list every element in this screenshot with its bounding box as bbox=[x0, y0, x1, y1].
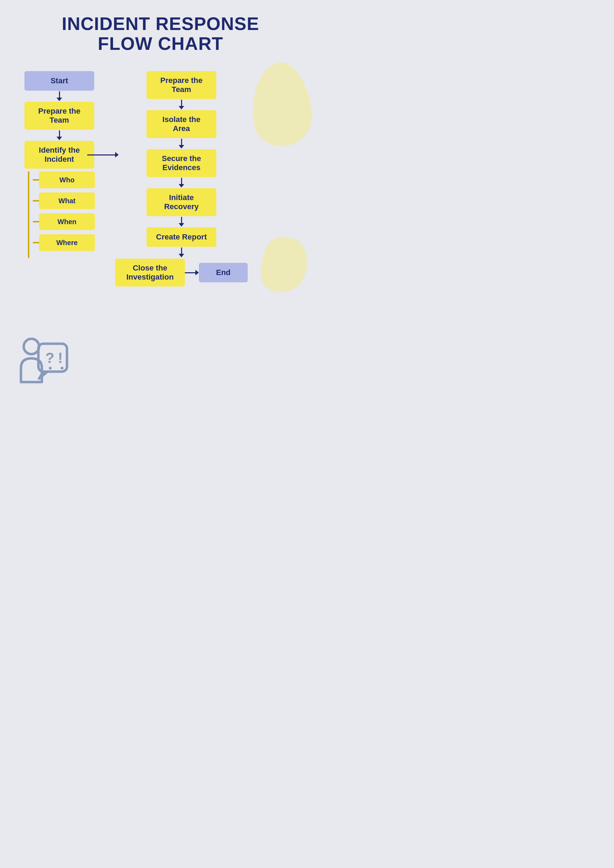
prepare-team-label-right: Prepare the Team bbox=[154, 76, 209, 94]
arrow-head bbox=[179, 223, 184, 226]
close-investigation-label: Close the Investigation bbox=[122, 264, 178, 282]
secure-evidences-label: Secure the Evidences bbox=[154, 154, 209, 172]
arrow-head bbox=[179, 254, 184, 257]
isolate-area-box: Isolate the Area bbox=[146, 110, 216, 138]
who-label: Who bbox=[59, 176, 74, 184]
start-box: Start bbox=[25, 71, 94, 91]
branch-row-who: Who bbox=[33, 172, 95, 188]
branch-h-line-what bbox=[33, 200, 39, 202]
person-icon-area: ? ! bbox=[11, 333, 70, 394]
arrow-head bbox=[179, 106, 184, 110]
what-box: What bbox=[39, 192, 95, 209]
page: INCIDENT RESPONSE FLOW CHART Start Prepa… bbox=[0, 0, 321, 405]
svg-point-4 bbox=[49, 367, 51, 369]
branch-row-where: Where bbox=[33, 234, 95, 251]
arrow-line bbox=[59, 130, 60, 136]
initiate-recovery-box: Initiate Recovery bbox=[146, 188, 216, 216]
isolate-area-label: Isolate the Area bbox=[154, 115, 209, 133]
arrow-r3 bbox=[179, 178, 184, 188]
arrow-prepare-to-identify bbox=[56, 130, 62, 140]
end-label: End bbox=[216, 268, 231, 277]
branch-section: Who What When bbox=[17, 172, 101, 258]
end-box: End bbox=[199, 263, 248, 282]
arrow-r5 bbox=[179, 248, 184, 257]
identify-incident-label: Identify the Incident bbox=[31, 146, 87, 164]
arrow-h-line bbox=[87, 154, 115, 155]
branch-h-line-who bbox=[33, 179, 39, 181]
arrow-head bbox=[179, 145, 184, 149]
arrow-line bbox=[181, 100, 182, 106]
create-report-label: Create Report bbox=[156, 232, 207, 242]
branch-h-line-where bbox=[33, 242, 39, 243]
arrow-identify-to-right bbox=[87, 152, 119, 158]
svg-point-5 bbox=[61, 367, 64, 369]
branch-line-container: Who What When bbox=[17, 172, 101, 258]
page-title: INCIDENT RESPONSE FLOW CHART bbox=[17, 14, 303, 54]
arrow-head bbox=[56, 98, 62, 101]
what-label: What bbox=[59, 197, 76, 205]
create-report-box: Create Report bbox=[146, 227, 216, 247]
arrow-line bbox=[59, 91, 60, 98]
arrow-start-to-prepare bbox=[56, 91, 62, 101]
branch-items: Who What When bbox=[33, 172, 95, 251]
when-label: When bbox=[58, 218, 76, 226]
arrow-line bbox=[181, 139, 182, 145]
arrow-head bbox=[179, 184, 184, 188]
secure-evidences-box: Secure the Evidences bbox=[146, 149, 216, 177]
arrow-h-head-end bbox=[195, 270, 199, 275]
prepare-team-label-left: Prepare the Team bbox=[31, 107, 87, 125]
identify-incident-box: Identify the Incident bbox=[25, 141, 94, 169]
when-box: When bbox=[39, 213, 95, 230]
branch-vertical-line bbox=[28, 172, 29, 258]
arrow-r4 bbox=[179, 217, 184, 226]
svg-point-0 bbox=[24, 339, 39, 354]
arrow-head bbox=[56, 136, 62, 140]
arrow-r2 bbox=[179, 139, 184, 149]
where-label: Where bbox=[56, 239, 78, 247]
title-line2: FLOW CHART bbox=[98, 34, 223, 54]
identify-section: Identify the Incident bbox=[17, 141, 101, 169]
close-investigation-box: Close the Investigation bbox=[115, 259, 185, 287]
person-icon: ? ! bbox=[11, 333, 70, 392]
arrow-h-line-end bbox=[185, 272, 195, 273]
arrow-line bbox=[181, 178, 182, 184]
who-box: Who bbox=[39, 172, 95, 188]
arrow-line bbox=[181, 248, 182, 254]
branch-row-when: When bbox=[33, 213, 95, 230]
arrow-r1 bbox=[179, 100, 184, 110]
prepare-team-box-left: Prepare the Team bbox=[25, 102, 94, 130]
identify-row: Identify the Incident bbox=[17, 141, 101, 169]
right-column: Prepare the Team Isolate the Area Secure… bbox=[143, 71, 220, 287]
close-investigation-row: Close the Investigation End bbox=[115, 259, 248, 287]
where-box: Where bbox=[39, 234, 95, 251]
right-col-inner: Prepare the Team Isolate the Area Secure… bbox=[115, 71, 248, 287]
branch-h-line-when bbox=[33, 221, 39, 222]
svg-text:!: ! bbox=[58, 350, 63, 366]
arrow-line bbox=[181, 217, 182, 223]
prepare-team-box-right: Prepare the Team bbox=[146, 71, 216, 99]
flow-container: Start Prepare the Team Identify the bbox=[17, 71, 303, 287]
arrow-close-to-end bbox=[185, 270, 199, 275]
branch-row-what: What bbox=[33, 192, 95, 209]
svg-text:?: ? bbox=[45, 350, 54, 366]
start-label: Start bbox=[51, 76, 68, 85]
title-line1: INCIDENT RESPONSE bbox=[62, 14, 259, 34]
initiate-recovery-label: Initiate Recovery bbox=[154, 193, 209, 211]
left-column: Start Prepare the Team Identify the bbox=[17, 71, 101, 258]
